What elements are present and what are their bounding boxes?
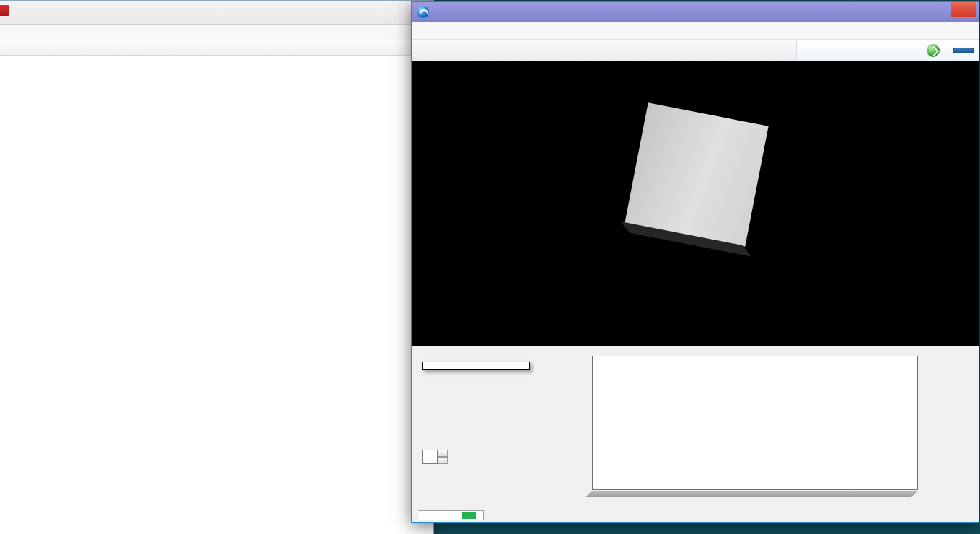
heavyload-window xyxy=(411,1,979,523)
stress-test-cube xyxy=(624,102,768,246)
heavyload-titlebar[interactable] xyxy=(412,2,979,22)
heavyload-menubar xyxy=(412,22,979,40)
treesize-ad-banner xyxy=(796,40,979,61)
heavyload-close-icon[interactable] xyxy=(951,2,976,17)
left-axis-ticks xyxy=(555,351,589,502)
memory-progress-fill xyxy=(462,512,476,519)
hwmonitor-window xyxy=(0,0,434,534)
chart-panel xyxy=(412,346,979,507)
spin-down-icon[interactable] xyxy=(438,457,448,464)
chart-legend xyxy=(422,362,530,370)
memory-progress-bar xyxy=(418,510,484,520)
hwmonitor-app-icon xyxy=(0,5,9,16)
heavyload-app-icon xyxy=(417,6,429,18)
heavyload-maximize-icon[interactable] xyxy=(927,2,948,17)
chart-3d-floor xyxy=(586,491,918,497)
treesize-logo-icon xyxy=(927,44,940,57)
render-area xyxy=(412,61,979,346)
update-interval-spinner xyxy=(422,450,448,464)
heavyload-minimize-icon[interactable] xyxy=(906,2,927,17)
right-axis-ticks xyxy=(921,351,958,502)
hwmonitor-titlebar[interactable] xyxy=(0,1,433,25)
chart-plot-area xyxy=(592,356,918,490)
hwmonitor-minimize-icon[interactable] xyxy=(385,4,400,19)
update-interval-input[interactable] xyxy=(422,450,438,464)
performance-chart xyxy=(555,351,963,502)
heavyload-statusbar xyxy=(412,507,979,522)
hwmonitor-menubar xyxy=(0,25,433,40)
cube-top-face xyxy=(624,102,768,246)
desktop xyxy=(0,0,980,534)
spin-up-icon[interactable] xyxy=(438,450,448,457)
download-button[interactable] xyxy=(953,48,974,53)
heavyload-toolbar xyxy=(412,40,979,61)
hwmonitor-column-header xyxy=(0,40,433,56)
